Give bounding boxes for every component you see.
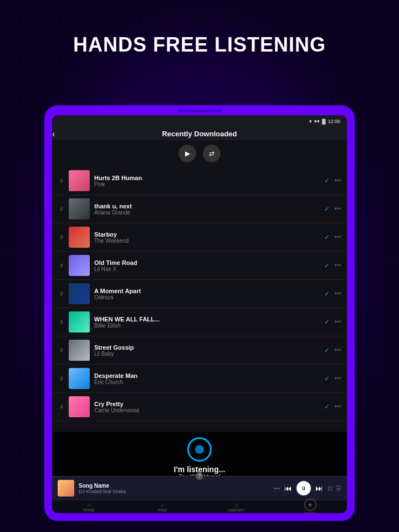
download-icon[interactable]: ✓ (324, 346, 330, 354)
song-item[interactable]: # Hurts 2B Human Pink ✓ ••• (52, 167, 347, 195)
help-badge[interactable]: ? (196, 472, 203, 480)
song-item[interactable]: # A Moment Apart Odesza ✓ ••• (52, 280, 347, 308)
song-title: Street Gossip (94, 344, 324, 351)
song-artist: Lil Nas X (94, 266, 324, 272)
song-actions: ✓ ••• (324, 262, 341, 269)
bottom-nav: ⌂ HOME ⌕ FIND ♫ LIBRARY ◉ ALEXA (52, 500, 347, 513)
song-artist: The Weekend (94, 238, 324, 244)
cast-queue: ⊡ ☰ (328, 485, 341, 492)
more-icon[interactable]: ••• (334, 403, 341, 411)
song-artist: Carrie Underwood (94, 407, 324, 413)
song-title: Hurts 2B Human (94, 175, 324, 181)
page-title: HANDS FREE LISTENING (0, 33, 399, 57)
download-icon[interactable]: ✓ (324, 177, 330, 185)
song-info: thank u, next Ariana Grande (94, 203, 324, 216)
song-info: Desperate Man Eric Church (94, 372, 324, 385)
song-number: # (58, 319, 65, 325)
home-label: HOME (83, 508, 95, 512)
more-icon[interactable]: ••• (334, 233, 341, 241)
back-button[interactable]: ‹ (52, 129, 55, 139)
device-frame: ▾ ▾▾ ▓ 12:00 ‹ Recently Downloaded ▶ ⇄ # (44, 105, 355, 521)
cast-button[interactable]: ⊡ (328, 485, 332, 492)
battery-icon: ▓ (322, 119, 326, 124)
nav-bar: ‹ Recently Downloaded (52, 127, 347, 140)
alexa-dot (195, 445, 204, 454)
song-art (69, 283, 90, 304)
download-icon[interactable]: ✓ (324, 262, 330, 269)
song-artist: Billie Eilish (94, 323, 324, 329)
now-playing-art (58, 480, 74, 497)
play-all-button[interactable]: ▶ (178, 145, 196, 162)
song-item[interactable]: # thank u, next Ariana Grande ✓ ••• (52, 195, 347, 223)
more-icon[interactable]: ••• (334, 290, 341, 298)
alexa-label: ALEXA (304, 511, 316, 514)
song-number: # (58, 234, 65, 241)
song-actions: ✓ ••• (324, 177, 341, 185)
more-icon[interactable]: ••• (334, 262, 341, 269)
more-options-button[interactable]: ••• (273, 485, 280, 492)
download-icon[interactable]: ✓ (324, 233, 330, 241)
play-icon: ▶ (185, 150, 190, 157)
next-button[interactable]: ⏭ (315, 484, 323, 493)
home-icon: ⌂ (88, 502, 90, 508)
device-notch (177, 110, 222, 112)
song-art (69, 170, 90, 191)
find-label: FIND (158, 508, 167, 512)
song-list-container: # Hurts 2B Human Pink ✓ ••• # thank u, n… (52, 167, 347, 421)
nav-alexa[interactable]: ◉ ALEXA (273, 499, 347, 514)
song-number: # (58, 263, 65, 269)
song-actions: ✓ ••• (324, 318, 341, 326)
song-item[interactable]: # Street Gossip Lil Baby ✓ ••• (52, 336, 347, 365)
song-title: A Moment Apart (94, 288, 324, 294)
queue-button[interactable]: ☰ (336, 485, 341, 492)
download-icon[interactable]: ✓ (324, 205, 330, 213)
song-number: # (58, 347, 65, 354)
nav-find[interactable]: ⌕ FIND (126, 502, 200, 512)
song-item[interactable]: # WHEN WE ALL FALL... Billie Eilish ✓ ••… (52, 308, 347, 336)
song-artist: Lil Baby (94, 351, 324, 357)
song-item[interactable]: # Starboy The Weekend ✓ ••• (52, 223, 347, 252)
nav-home[interactable]: ⌂ HOME (52, 502, 126, 512)
nav-library[interactable]: ♫ LIBRARY (200, 502, 273, 512)
alexa-ring (187, 437, 212, 462)
now-playing-bar: Song Name DJ Khaled feat Drake ••• ⏮ ⏸ ⏭… (52, 476, 347, 500)
wifi-icon: ▾ (309, 119, 312, 124)
now-playing-extra: ••• (273, 485, 280, 492)
song-art (69, 311, 90, 332)
song-artist: Pink (94, 181, 324, 187)
now-playing-title: Song Name (79, 483, 269, 489)
alexa-nav-icon: ◉ (304, 499, 316, 511)
now-playing-info: Song Name DJ Khaled feat Drake (79, 483, 269, 494)
download-icon[interactable]: ✓ (324, 290, 330, 298)
now-playing-controls: ⏮ ⏸ ⏭ (284, 481, 323, 495)
prev-button[interactable]: ⏮ (284, 484, 292, 493)
song-info: Starboy The Weekend (94, 231, 324, 244)
more-icon[interactable]: ••• (334, 346, 341, 354)
song-number: # (58, 178, 65, 184)
status-bar: ▾ ▾▾ ▓ 12:00 (59, 119, 340, 124)
song-info: WHEN WE ALL FALL... Billie Eilish (94, 316, 324, 329)
song-item[interactable]: # Cry Pretty Carrie Underwood ✓ ••• (52, 393, 347, 421)
more-icon[interactable]: ••• (334, 318, 341, 326)
song-item[interactable]: # Desperate Man Eric Church ✓ ••• (52, 365, 347, 393)
shuffle-button[interactable]: ⇄ (203, 145, 221, 162)
pause-button[interactable]: ⏸ (296, 481, 311, 495)
song-title: Desperate Man (94, 372, 324, 379)
more-icon[interactable]: ••• (334, 375, 341, 382)
song-art (69, 255, 90, 276)
screen-title: Recently Downloaded (162, 130, 237, 138)
more-icon[interactable]: ••• (334, 205, 341, 213)
download-icon[interactable]: ✓ (324, 375, 330, 382)
download-icon[interactable]: ✓ (324, 318, 330, 326)
time-display: 12:00 (328, 119, 340, 124)
song-item[interactable]: # Old Time Road Lil Nas X ✓ ••• (52, 252, 347, 280)
download-icon[interactable]: ✓ (324, 403, 330, 411)
library-icon: ♫ (234, 502, 238, 508)
song-info: Cry Pretty Carrie Underwood (94, 401, 324, 413)
song-actions: ✓ ••• (324, 205, 341, 213)
song-info: A Moment Apart Odesza (94, 288, 324, 300)
song-actions: ✓ ••• (324, 346, 341, 354)
song-artist: Eric Church (94, 379, 324, 385)
shuffle-icon: ⇄ (209, 150, 214, 157)
more-icon[interactable]: ••• (334, 177, 341, 185)
